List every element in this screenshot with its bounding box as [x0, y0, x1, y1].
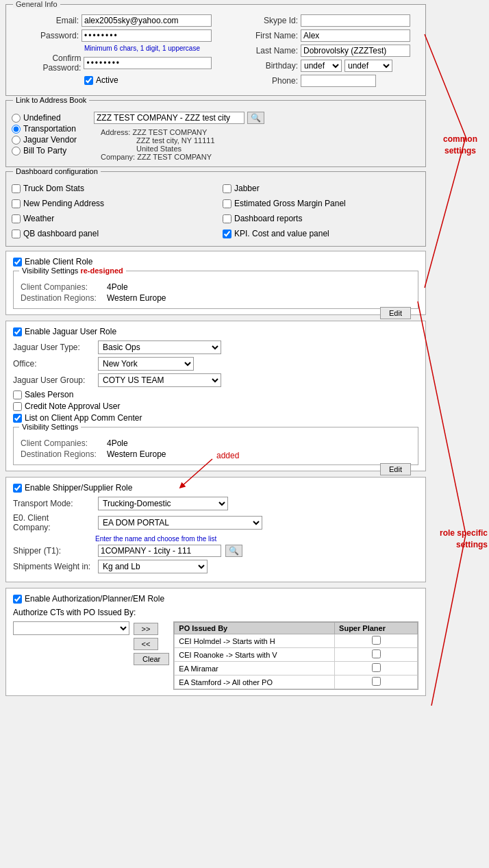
- po-super-checkbox[interactable]: [372, 649, 381, 658]
- radio-jaguar-vendor: Jaguar Vendor: [12, 135, 94, 145]
- client-edit-button[interactable]: Edit: [380, 307, 411, 319]
- redesigned-label: re-designed: [80, 266, 123, 275]
- auth-role-box: Enable Authorization/Planner/EM Role Aut…: [5, 588, 426, 696]
- dashboard-title: Dashboard configuration: [13, 167, 101, 175]
- role-specific-annotation: role specific settings: [433, 528, 488, 551]
- back-button[interactable]: <<: [134, 638, 158, 650]
- dash-kpi: KPI. Cost and value panel: [223, 229, 420, 238]
- birthday-month-select[interactable]: undef: [301, 60, 342, 72]
- po-scroll-area[interactable]: PO Issued By Super Planer CEI Holmdel ->…: [173, 621, 418, 690]
- dash-truck-dom-checkbox[interactable]: [12, 184, 21, 193]
- list-comm-checkbox[interactable]: [13, 414, 22, 423]
- forward-button[interactable]: >>: [134, 623, 158, 635]
- dash-jabber-checkbox[interactable]: [223, 184, 231, 193]
- client-dest-label: Destination Regions:: [21, 293, 103, 303]
- company-hint: Enter the name and choose from the list: [95, 535, 418, 543]
- shipper-row: Shipper (T1): 🔍: [13, 545, 418, 557]
- jaguar-role-enable-row: Enable Jaguar User Role: [13, 327, 418, 336]
- skype-field[interactable]: [301, 14, 410, 27]
- dash-egm: Estimated Gross Margin Panel: [223, 199, 420, 208]
- email-field[interactable]: [82, 14, 212, 27]
- dash-egm-label: Estimated Gross Margin Panel: [234, 199, 346, 208]
- transport-mode-select[interactable]: Trucking-Domestic: [98, 497, 228, 510]
- authorize-area: >> << Clear PO Issued By Super Planer: [13, 621, 418, 690]
- radio-jaguar-vendor-input[interactable]: [12, 136, 21, 145]
- list-comm-label: List on Client App Comm Center: [25, 413, 142, 423]
- radio-transportation: Transportation: [12, 124, 94, 134]
- firstname-field[interactable]: [301, 29, 410, 42]
- address-search-button[interactable]: 🔍: [247, 112, 264, 124]
- jaguar-edit-button[interactable]: Edit: [380, 463, 411, 475]
- client-role-checkbox[interactable]: [13, 258, 22, 266]
- shipments-weight-row: Shipments Weight in: Kg and Lb: [13, 560, 418, 573]
- auth-role-checkbox[interactable]: [13, 595, 22, 604]
- po-col-header: PO Issued By: [175, 623, 335, 634]
- birthday-label: Birthday:: [232, 61, 301, 71]
- jaguar-dest-row: Destination Regions: Western Europe: [21, 449, 411, 459]
- general-info-section: General Info Email: Password: Minimum 6 …: [5, 4, 426, 96]
- radio-transportation-label: Transportation: [23, 124, 76, 134]
- po-super-checkbox[interactable]: [372, 677, 381, 686]
- shipper-role-checkbox[interactable]: [13, 484, 22, 493]
- jaguar-user-type-row: Jaguar User Type: Basic Ops: [13, 340, 418, 354]
- birthday-row: undef undef: [301, 60, 392, 72]
- jaguar-visibility-box: Visibility Settings Client Companies: 4P…: [13, 427, 418, 465]
- dash-new-pending: New Pending Address: [12, 199, 209, 208]
- sales-person-checkbox[interactable]: [13, 390, 22, 399]
- dash-reports-checkbox[interactable]: [223, 214, 231, 223]
- po-table-row: CEI Roanoke -> Starts with V: [175, 648, 418, 662]
- transport-mode-label: Transport Mode:: [13, 499, 95, 508]
- address-search-input[interactable]: [94, 112, 244, 124]
- dash-egm-checkbox[interactable]: [223, 199, 231, 208]
- po-row-super: [335, 662, 418, 675]
- jaguar-companies-label: Client Companies:: [21, 438, 103, 448]
- link-address-section: Link to Address Book Undefined Transport…: [5, 100, 426, 167]
- shipper-search-button[interactable]: 🔍: [225, 545, 242, 557]
- auth-select[interactable]: [13, 621, 129, 635]
- address-line2: ZZZ test city, NY 11111: [136, 136, 215, 145]
- po-row-name: CEI Roanoke -> Starts with V: [175, 648, 335, 662]
- authorize-label-row: Authorize CTs with PO Issued By:: [13, 608, 418, 617]
- password-field[interactable]: [82, 29, 212, 42]
- birthday-year-select[interactable]: undef: [344, 60, 392, 72]
- jaguar-group-select[interactable]: COTY US TEAM: [98, 373, 221, 387]
- dash-kpi-checkbox[interactable]: [223, 230, 231, 238]
- dash-qb: QB dashboard panel: [12, 229, 209, 238]
- radio-bill-to-party-input[interactable]: [12, 147, 21, 156]
- lastname-field[interactable]: [301, 45, 410, 57]
- shipper-label: Shipper (T1):: [13, 546, 95, 556]
- po-table-wrapper: PO Issued By Super Planer CEI Holmdel ->…: [173, 621, 418, 690]
- jaguar-role-box: Enable Jaguar User Role Jaguar User Type…: [5, 321, 426, 471]
- shipments-weight-select[interactable]: Kg and Lb: [98, 560, 208, 573]
- jaguar-role-checkbox[interactable]: [13, 327, 22, 336]
- dash-qb-checkbox[interactable]: [12, 230, 21, 238]
- dashboard-grid: Truck Dom Stats Jabber New Pending Addre…: [12, 182, 420, 240]
- auth-left-area: [13, 621, 129, 635]
- phone-field[interactable]: [301, 75, 376, 87]
- client-company-select[interactable]: EA DOM PORTAL: [98, 516, 262, 530]
- dash-new-pending-checkbox[interactable]: [12, 199, 21, 208]
- shipper-role-label: Enable Shipper/Supplier Role: [25, 483, 132, 493]
- client-companies-label: Client Companies:: [21, 282, 103, 292]
- firstname-label: First Name:: [232, 31, 301, 40]
- dashboard-section: Dashboard configuration Truck Dom Stats …: [5, 171, 426, 247]
- active-row: Active: [84, 75, 212, 85]
- active-checkbox[interactable]: [84, 76, 93, 85]
- po-super-checkbox[interactable]: [372, 636, 381, 645]
- general-info-title: General Info: [13, 0, 60, 8]
- sales-person-label: Sales Person: [25, 390, 73, 399]
- radio-transportation-input[interactable]: [12, 125, 21, 134]
- confirm-password-field[interactable]: [84, 57, 212, 69]
- radio-undefined-input[interactable]: [12, 114, 21, 123]
- jaguar-user-type-select[interactable]: Basic Ops: [98, 340, 221, 354]
- jaguar-dest-label: Destination Regions:: [21, 449, 103, 459]
- credit-note-checkbox[interactable]: [13, 402, 22, 411]
- po-super-checkbox[interactable]: [372, 663, 381, 672]
- po-row-super: [335, 634, 418, 648]
- shipper-input[interactable]: [98, 545, 221, 557]
- dash-weather-checkbox[interactable]: [12, 214, 21, 223]
- clear-button[interactable]: Clear: [134, 653, 169, 665]
- jaguar-group-label: Jaguar User Group:: [13, 375, 95, 385]
- transport-mode-row: Transport Mode: Trucking-Domestic: [13, 497, 418, 510]
- jaguar-office-select[interactable]: New York: [98, 357, 194, 371]
